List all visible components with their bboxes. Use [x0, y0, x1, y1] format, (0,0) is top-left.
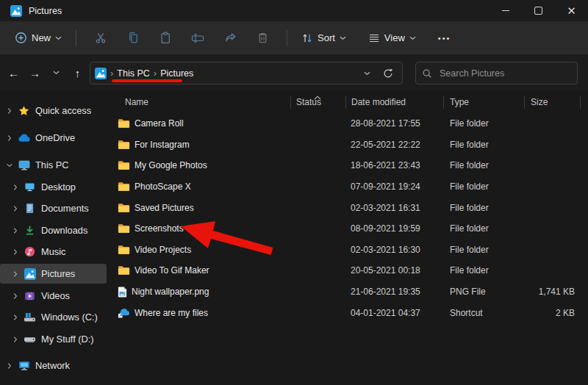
sidebar-item-music[interactable]: Music [0, 242, 109, 262]
column-header-type[interactable]: Type [443, 91, 524, 113]
close-button[interactable]: ✕ [555, 0, 588, 21]
column-header-date-modified[interactable]: Date modified [345, 91, 443, 113]
breadcrumb-pictures[interactable]: Pictures [160, 68, 193, 79]
address-dropdown-icon[interactable] [364, 71, 370, 76]
maximize-button[interactable] [522, 0, 555, 21]
chevron-down-icon [340, 36, 346, 40]
shortcut-icon [118, 308, 130, 318]
chevron-collapsed-icon[interactable] [4, 107, 14, 115]
file-row[interactable]: For Instagram22-05-2021 22:22File folder [114, 134, 588, 156]
file-name-label: Saved Pictures [135, 203, 194, 213]
chevron-collapsed-icon[interactable] [10, 184, 20, 191]
file-type: File folder [443, 223, 524, 234]
close-icon: ✕ [567, 4, 576, 18]
address-row: ← → ↑ › This PC › Pictures [0, 54, 588, 91]
monitor-icon [18, 160, 30, 170]
sidebar-item-windows-c[interactable]: Windows (C:) [0, 307, 109, 327]
new-button[interactable]: New [9, 26, 68, 50]
refresh-icon[interactable] [383, 68, 393, 79]
back-button[interactable]: ← [3, 61, 24, 84]
minimize-button[interactable] [489, 0, 522, 21]
file-row[interactable]: Video To Gif Maker20-05-2021 00:18File f… [114, 260, 588, 281]
music-icon [24, 246, 36, 257]
chevron-collapsed-icon[interactable] [4, 362, 14, 370]
drive-windows-icon [24, 312, 36, 323]
sidebar-item-network[interactable]: Network [0, 356, 109, 375]
view-button[interactable]: View [362, 26, 422, 50]
folder-icon [118, 245, 130, 255]
delete-button[interactable] [246, 26, 279, 50]
sidebar-item-my-stuff-d[interactable]: My Stuff (D:) [0, 329, 109, 349]
recent-locations-button[interactable] [46, 61, 67, 84]
file-name: Video Projects [114, 245, 290, 255]
file-row[interactable]: Saved Pictures02-03-2021 16:31File folde… [114, 197, 588, 218]
file-row[interactable]: My Google Photos18-06-2021 23:43File fol… [114, 155, 588, 176]
forward-button[interactable]: → [24, 61, 46, 84]
file-date-modified: 22-05-2021 22:22 [345, 140, 443, 150]
chevron-collapsed-icon[interactable] [10, 248, 20, 256]
chevron-collapsed-icon[interactable] [10, 336, 20, 343]
sidebar-item-desktop[interactable]: Desktop [0, 177, 109, 197]
sidebar-item-downloads[interactable]: Downloads [0, 220, 109, 240]
up-button[interactable]: ↑ [67, 61, 88, 84]
sidebar-item-pictures[interactable]: Pictures [0, 264, 107, 284]
sidebar-item-label: Documents [41, 203, 89, 214]
up-icon: ↑ [75, 67, 81, 79]
document-icon [24, 203, 36, 214]
file-size: 1,741 KB [524, 287, 581, 297]
file-row[interactable]: Where are my files04-01-2021 04:37Shortc… [114, 302, 588, 323]
file-explorer-window: Pictures ✕ New Sort View ••• ← [0, 0, 588, 385]
file-row[interactable]: Video Projects02-03-2021 16:30File folde… [114, 240, 588, 261]
sidebar-item-this-pc[interactable]: This PC [0, 155, 109, 175]
column-header-size[interactable]: Size [524, 91, 581, 113]
chevron-down-icon [409, 36, 416, 40]
sidebar-item-label: Music [41, 246, 65, 257]
file-name: Saved Pictures [114, 203, 290, 213]
sort-button[interactable]: Sort [295, 26, 352, 50]
sidebar-item-label: My Stuff (D:) [41, 334, 94, 345]
paste-button[interactable] [149, 26, 182, 50]
search-input[interactable] [438, 68, 571, 79]
sidebar-item-documents[interactable]: Documents [0, 198, 109, 218]
file-type: Shortcut [443, 308, 524, 318]
file-row[interactable]: PhotoScape X07-09-2021 19:24File folder [114, 176, 588, 198]
chevron-collapsed-icon[interactable] [10, 227, 20, 234]
sidebar-item-onedrive[interactable]: OneDrive [0, 128, 109, 148]
chevron-expanded-icon[interactable] [4, 162, 14, 169]
chevron-collapsed-icon[interactable] [10, 205, 20, 212]
sidebar-item-label: OneDrive [35, 132, 75, 143]
file-type: File folder [443, 203, 524, 213]
file-name-label: My Google Photos [135, 160, 207, 170]
rename-button[interactable] [182, 26, 214, 50]
file-name-label: PhotoScape X [135, 181, 191, 192]
sidebar-item-quick-access[interactable]: Quick access [0, 101, 109, 120]
file-list-pane: Name Status Date modified Type Size Came… [114, 91, 588, 385]
file-name-label: Camera Roll [135, 118, 184, 129]
videos-icon [24, 291, 36, 301]
share-button[interactable] [214, 26, 246, 50]
chevron-collapsed-icon[interactable] [10, 270, 20, 278]
file-row[interactable]: Camera Roll28-08-2021 17:55File folder [114, 113, 588, 134]
file-row[interactable]: Screenshots08-09-2021 19:59File folder [114, 218, 588, 240]
file-row[interactable]: Night wallpaper.png21-06-2021 19:35PNG F… [114, 281, 588, 303]
see-more-button[interactable]: ••• [431, 34, 459, 43]
column-header-row: Name Status Date modified Type Size [114, 91, 588, 113]
pictures-icon [24, 268, 36, 280]
sidebar-item-videos[interactable]: Videos [0, 286, 109, 306]
file-date-modified: 07-09-2021 19:24 [345, 181, 443, 192]
cut-button[interactable] [85, 26, 117, 50]
annotation-underline [112, 79, 182, 82]
copy-button[interactable] [117, 26, 149, 50]
breadcrumb-this-pc[interactable]: This PC [117, 68, 149, 79]
toolbar-separator [76, 30, 76, 46]
file-size: 2 KB [524, 308, 581, 318]
chevron-collapsed-icon[interactable] [10, 292, 20, 300]
column-header-name[interactable]: Name [114, 91, 290, 113]
download-icon [24, 225, 36, 236]
chevron-collapsed-icon[interactable] [10, 314, 20, 321]
view-list-icon [368, 33, 380, 43]
chevron-collapsed-icon[interactable] [4, 134, 14, 142]
star-icon [18, 105, 30, 116]
new-button-label: New [32, 32, 51, 43]
breadcrumb-separator: › [154, 68, 157, 79]
